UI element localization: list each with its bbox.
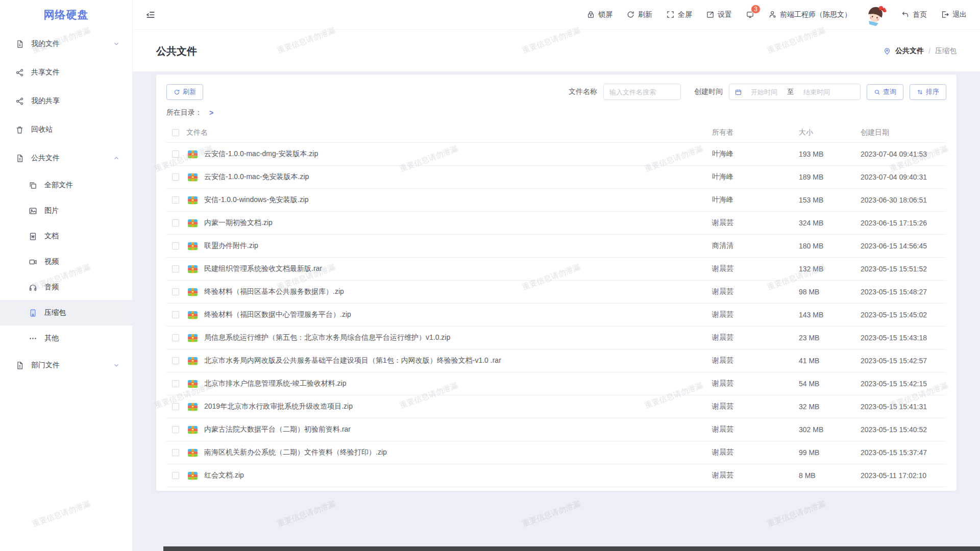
row-checkbox[interactable] [172, 357, 179, 364]
row-checkbox[interactable] [172, 196, 179, 204]
row-checkbox[interactable] [172, 311, 179, 318]
select-all-checkbox[interactable] [172, 129, 179, 136]
row-checkbox[interactable] [172, 449, 179, 456]
file-name[interactable]: 北京市水务局内网改版及公共服务基础平台建设项目（第1包：内网改版）终验验文档-v… [204, 356, 712, 365]
home-button[interactable]: 首页 [901, 10, 927, 19]
sidebar-item-public-files[interactable]: 公共文件 [0, 144, 132, 172]
row-checkbox[interactable] [172, 173, 179, 181]
table-row[interactable]: 联盟办件附件.zip 商清清 180 MB 2023-06-15 14:56:4… [166, 235, 946, 258]
sidebar-item-recycle-bin[interactable]: 回收站 [0, 115, 132, 144]
breadcrumb: 公共文件 / 压缩包 [883, 46, 957, 56]
calendar-icon [734, 88, 742, 96]
file-name[interactable]: 云安信-1.0.0-mac-免安装版本.zip [204, 172, 712, 182]
sidebar-item-label: 文档 [44, 232, 59, 241]
action-label: 首页 [913, 10, 927, 19]
row-checkbox[interactable] [172, 426, 179, 433]
row-checkbox[interactable] [172, 151, 179, 158]
sidebar-item-all-files[interactable]: 全部文件 [0, 172, 132, 198]
sidebar-item-department-files[interactable]: 部门文件 [0, 351, 132, 380]
table-row[interactable]: 2019年北京市水行政审批系统升级改造项目.zip 谢晨芸 32 MB 2023… [166, 395, 946, 418]
table-row[interactable]: 终验材料（福田区数据中心管理服务平台）.zip 谢晨芸 143 MB 2023-… [166, 304, 946, 327]
file-name[interactable]: 云安信-1.0.0-mac-dmg-安装版本.zip [204, 149, 712, 159]
end-date-input[interactable] [795, 88, 839, 96]
sidebar-item-archives[interactable]: 压缩包 [0, 300, 132, 325]
header-actions: 锁屏 刷新 全屏 设置 3 前端工程师（陈思文） [573, 3, 980, 27]
file-size: 54 MB [799, 380, 861, 388]
table-row[interactable]: 北京市排水户信息管理系统-竣工验收材料.zip 谢晨芸 54 MB 2023-0… [166, 372, 946, 395]
table-row[interactable]: 红会文档.zip 谢晨芸 8 MB 2023-05-11 17:02:10 [166, 464, 946, 487]
table-row[interactable]: 局信息系统运行维护（第五包：北京市水务局综合信息平台运行维护）v1.0.zip … [166, 327, 946, 349]
sidebar-item-documents[interactable]: 文档 [0, 223, 132, 249]
file-name[interactable]: 北京市排水户信息管理系统-竣工验收材料.zip [204, 379, 712, 388]
file-date: 2023-05-15 15:42:57 [861, 357, 946, 365]
user-menu[interactable]: 前端工程师（陈思文） [768, 10, 851, 19]
sort-arrows-icon [917, 89, 923, 95]
table-row[interactable]: 云安信-1.0.0-mac-dmg-安装版本.zip 叶海峰 193 MB 20… [166, 143, 946, 166]
breadcrumb-parent[interactable]: 公共文件 [895, 46, 924, 56]
file-name[interactable]: 终验材料（福田区基本公共服务数据库）.zip [204, 287, 712, 296]
row-checkbox[interactable] [172, 334, 179, 341]
table-row[interactable]: 安信-1.0.0-windows-免安装版.zip 叶海峰 153 MB 202… [166, 189, 946, 212]
file-owner: 谢晨芸 [712, 379, 799, 388]
fullscreen-button[interactable]: 全屏 [666, 10, 692, 19]
notifications-button[interactable]: 3 [746, 10, 754, 19]
file-owner: 叶海峰 [712, 149, 799, 159]
table-row[interactable]: 终验材料（福田区基本公共服务数据库）.zip 谢晨芸 98 MB 2023-05… [166, 281, 946, 304]
file-name[interactable]: 内蒙古法院大数据平台（二期）初验前资料.rar [204, 425, 712, 434]
file-name[interactable]: 局信息系统运行维护（第五包：北京市水务局综合信息平台运行维护）v1.0.zip [204, 333, 712, 342]
file-date: 2023-05-15 15:37:47 [861, 448, 946, 457]
horizontal-scrollbar[interactable] [163, 546, 980, 551]
sort-button[interactable]: 排序 [910, 84, 946, 100]
file-name-search-input[interactable] [603, 84, 681, 100]
table-row[interactable]: 云安信-1.0.0-mac-免安装版本.zip 叶海峰 189 MB 2023-… [166, 166, 946, 189]
file-name[interactable]: 联盟办件附件.zip [204, 241, 712, 251]
table-row[interactable]: 北京市水务局内网改版及公共服务基础平台建设项目（第1包：内网改版）终验验文档-v… [166, 349, 946, 372]
table-row[interactable]: 内蒙一期初验文档.zip 谢晨芸 324 MB 2023-06-15 17:15… [166, 212, 946, 235]
directory-root-arrow[interactable]: > [209, 109, 213, 117]
file-name[interactable]: 内蒙一期初验文档.zip [204, 218, 712, 228]
lock-screen-button[interactable]: 锁屏 [586, 10, 612, 19]
sidebar-item-other[interactable]: 其他 [0, 325, 132, 351]
file-name[interactable]: 红会文档.zip [204, 471, 712, 480]
sidebar-item-videos[interactable]: 视频 [0, 249, 132, 274]
file-size: 143 MB [799, 311, 861, 319]
sidebar-item-images[interactable]: 图片 [0, 198, 132, 223]
user-avatar[interactable] [864, 3, 887, 27]
table-row[interactable]: 内蒙古法院大数据平台（二期）初验前资料.rar 谢晨芸 302 MB 2023-… [166, 418, 946, 441]
video-icon [29, 258, 37, 266]
table-row[interactable]: 民建组织管理系统验收文档最新版.rar 谢晨芸 132 MB 2023-05-1… [166, 258, 946, 281]
row-checkbox[interactable] [172, 472, 179, 479]
search-icon [874, 89, 880, 95]
file-name[interactable]: 终验材料（福田区数据中心管理服务平台）.zip [204, 310, 712, 319]
date-range-picker[interactable]: 至 [729, 84, 861, 100]
sidebar-item-audio[interactable]: 音频 [0, 274, 132, 300]
row-checkbox[interactable] [172, 380, 179, 387]
file-name[interactable]: 南海区机关新办公系统（二期）文件资料（终验打印）.zip [204, 448, 712, 457]
current-directory: 所在目录： > [166, 108, 946, 117]
zip-file-icon [187, 333, 198, 343]
file-date: 2023-05-11 17:02:10 [861, 471, 946, 480]
file-name[interactable]: 民建组织管理系统验收文档最新版.rar [204, 264, 712, 273]
refresh-page-button[interactable]: 刷新 [626, 10, 652, 19]
row-checkbox[interactable] [172, 288, 179, 295]
row-checkbox[interactable] [172, 219, 179, 227]
toolbar: 刷新 文件名称 创建时间 至 查询 [166, 84, 946, 100]
chevron-up-icon [113, 155, 120, 162]
row-checkbox[interactable] [172, 265, 179, 272]
settings-button[interactable]: 设置 [706, 10, 732, 19]
sidebar-item-shared-files[interactable]: 共享文件 [0, 58, 132, 87]
query-button[interactable]: 查询 [867, 84, 903, 100]
file-name[interactable]: 安信-1.0.0-windows-免安装版.zip [204, 195, 712, 205]
file-name[interactable]: 2019年北京市水行政审批系统升级改造项目.zip [204, 402, 712, 411]
refresh-list-button[interactable]: 刷新 [166, 84, 203, 100]
sidebar-item-my-files[interactable]: 我的文件 [0, 30, 132, 58]
sidebar-collapse-button[interactable] [145, 9, 156, 20]
row-checkbox[interactable] [172, 403, 179, 410]
logout-button[interactable]: 退出 [941, 10, 967, 19]
sidebar-item-my-shares[interactable]: 我的共享 [0, 87, 132, 115]
start-date-input[interactable] [742, 88, 786, 96]
file-owner: 叶海峰 [712, 172, 799, 182]
table-row[interactable]: 南海区机关新办公系统（二期）文件资料（终验打印）.zip 谢晨芸 99 MB 2… [166, 441, 946, 464]
copy-icon [29, 181, 37, 190]
row-checkbox[interactable] [172, 242, 179, 249]
